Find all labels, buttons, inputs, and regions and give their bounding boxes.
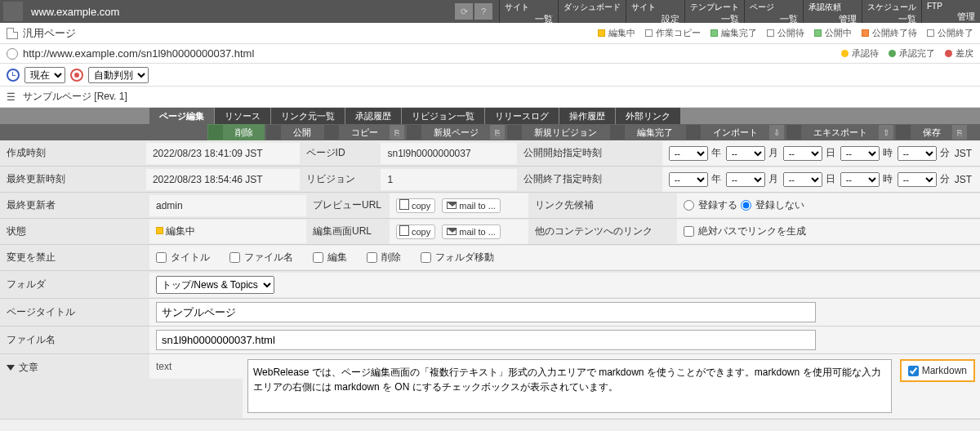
pubstart-controls: --年--月--日--時--分JST <box>662 141 980 166</box>
pageid-value: sn1l9h0000000037 <box>381 143 516 164</box>
legend-item: 承認完了 <box>889 47 935 60</box>
date-select[interactable]: -- <box>898 146 937 161</box>
linkcand-controls: 登録する 登録しない <box>677 193 980 217</box>
mailto-button[interactable]: mail to ... <box>442 224 501 239</box>
content-textarea[interactable] <box>247 359 892 413</box>
tab-4[interactable]: リビジョン一覧 <box>402 108 484 124</box>
cog-icon: ☰ <box>7 91 18 103</box>
legend-item: 編集完了 <box>710 27 757 39</box>
revision-title: サンプルページ [Rev. 1] <box>23 90 127 104</box>
state-value: 編集中 <box>149 220 306 243</box>
top-tab-1[interactable]: ダッシュボード <box>558 0 626 23</box>
document-icon <box>7 28 18 39</box>
time-select[interactable]: 現在 <box>24 67 65 83</box>
top-tab-0[interactable]: サイト一覧 <box>499 0 558 23</box>
folder-select[interactable]: トップ/News & Topics <box>156 276 274 294</box>
legend-item: 公開終了待 <box>862 27 917 39</box>
forbid-check[interactable]: 削除 <box>367 251 401 264</box>
forbid-label: 変更を禁止 <box>0 246 149 269</box>
status-legend-2: 承認待承認完了差戻 <box>841 47 973 60</box>
tab-7[interactable]: 外部リンク <box>616 108 680 124</box>
linkcand-label: リンク先候補 <box>528 193 677 217</box>
legend-item: 作業コピー <box>645 27 701 39</box>
record-icon <box>70 69 83 82</box>
url-display: www.example.com <box>26 6 124 18</box>
folder-label: フォルダ <box>0 273 149 296</box>
content-type-label: text <box>149 354 243 379</box>
date-select[interactable]: -- <box>726 146 765 161</box>
control-bar: 現在 自動判別 <box>0 64 980 87</box>
revision-label: リビジョン <box>300 167 381 191</box>
updater-value: admin <box>149 195 306 216</box>
abspath-checkbox[interactable]: 絶対パスでリンクを生成 <box>684 224 806 238</box>
url-action-1-icon[interactable]: ⟳ <box>455 3 473 20</box>
pubend-controls: --年--月--日--時--分JST <box>662 167 980 192</box>
markdown-toggle[interactable]: Markdown <box>900 359 975 382</box>
mail-icon <box>447 228 457 235</box>
filename-label: ファイル名 <box>0 328 149 352</box>
tab-1[interactable]: リソース <box>215 108 270 124</box>
forbid-check[interactable]: 編集 <box>313 251 347 264</box>
top-tab-5[interactable]: 承認依頼管理 <box>803 0 862 23</box>
date-select[interactable]: -- <box>840 172 880 187</box>
date-select[interactable]: -- <box>783 172 822 187</box>
date-select[interactable]: -- <box>669 172 708 187</box>
forbid-check[interactable]: タイトル <box>156 251 210 264</box>
globe-icon <box>7 48 18 60</box>
forbid-check[interactable]: ファイル名 <box>229 251 293 264</box>
top-tab-3[interactable]: テンプレート一覧 <box>684 0 744 23</box>
auto-select[interactable]: 自動判別 <box>88 67 149 83</box>
forbid-check[interactable]: フォルダ移動 <box>421 251 494 264</box>
tabs-row: ページ編集リソースリンク元一覧承認履歴リビジョン一覧リリースログ操作履歴外部リン… <box>0 108 980 124</box>
url-help-icon[interactable]: ? <box>474 3 492 20</box>
toolbar-7[interactable]: エキスポート⇧ <box>786 124 894 140</box>
toolbar-0[interactable]: 削除 <box>207 124 265 140</box>
register-no-radio[interactable]: 登録しない <box>741 198 804 212</box>
top-tab-6[interactable]: スケジュール一覧 <box>862 0 921 23</box>
toolbar-6[interactable]: インポート⇩ <box>685 124 785 140</box>
form-area: 作成時刻 2022/08/23 18:41:09 JST ページID sn1l9… <box>0 140 980 420</box>
copy-button[interactable]: copy <box>396 224 435 239</box>
mailto-button[interactable]: mail to ... <box>442 198 501 213</box>
updated-value: 2022/08/23 18:54:46 JST <box>146 169 300 190</box>
legend-item: 公開終了 <box>927 27 973 39</box>
toolbar-1[interactable]: 公開 <box>265 124 323 140</box>
tab-6[interactable]: 操作履歴 <box>559 108 615 124</box>
content-section-label[interactable]: 文章 <box>0 354 149 381</box>
top-tab-4[interactable]: ページ一覧 <box>744 0 803 23</box>
tab-0[interactable]: ページ編集 <box>149 108 214 124</box>
markdown-checkbox[interactable] <box>908 366 919 376</box>
full-url: http://www.example.com/sn1l9h0000000037.… <box>23 47 254 60</box>
otherlink-controls: 絶対パスでリンクを生成 <box>677 220 980 243</box>
date-select[interactable]: -- <box>783 146 822 161</box>
tab-2[interactable]: リンク元一覧 <box>271 108 345 124</box>
tab-3[interactable]: 承認履歴 <box>345 108 401 124</box>
top-tab-7[interactable]: FTP管理 <box>921 0 980 23</box>
legend-item: 承認待 <box>841 47 879 60</box>
date-select[interactable]: -- <box>840 146 880 161</box>
editurl-actions: copy mail to ... <box>390 220 528 244</box>
page-type-label: 汎用ページ <box>23 26 76 41</box>
top-tab-2[interactable]: サイト設定 <box>626 0 684 23</box>
date-select[interactable]: -- <box>669 146 708 161</box>
legend-item: 公開待 <box>767 27 804 39</box>
toolbar-5[interactable]: 編集完了 <box>609 124 684 140</box>
favicon <box>3 2 23 21</box>
status-bar-2: http://www.example.com/sn1l9h0000000037.… <box>0 44 980 64</box>
date-select[interactable]: -- <box>726 172 765 187</box>
toolbar-2[interactable]: コピー⎘ <box>323 124 405 140</box>
editurl-label: 編集画面URL <box>306 220 390 243</box>
page-title-input[interactable] <box>156 302 816 322</box>
toolbar-4[interactable]: 新規リビジョン <box>506 124 608 140</box>
toolbar-3[interactable]: 新規ページ⎘ <box>406 124 506 140</box>
filename-input[interactable] <box>156 330 816 350</box>
date-select[interactable]: -- <box>898 172 937 187</box>
tab-5[interactable]: リリースログ <box>485 108 559 124</box>
page-title-label: ページタイトル <box>0 300 149 324</box>
previewurl-actions: copy mail to ... <box>390 193 528 218</box>
register-yes-radio[interactable]: 登録する <box>684 198 737 212</box>
copy-icon <box>401 227 409 236</box>
toolbar-8[interactable]: 保存⎘ <box>895 124 968 140</box>
copy-button[interactable]: copy <box>396 198 435 213</box>
pubend-label: 公開終了指定時刻 <box>517 167 662 191</box>
